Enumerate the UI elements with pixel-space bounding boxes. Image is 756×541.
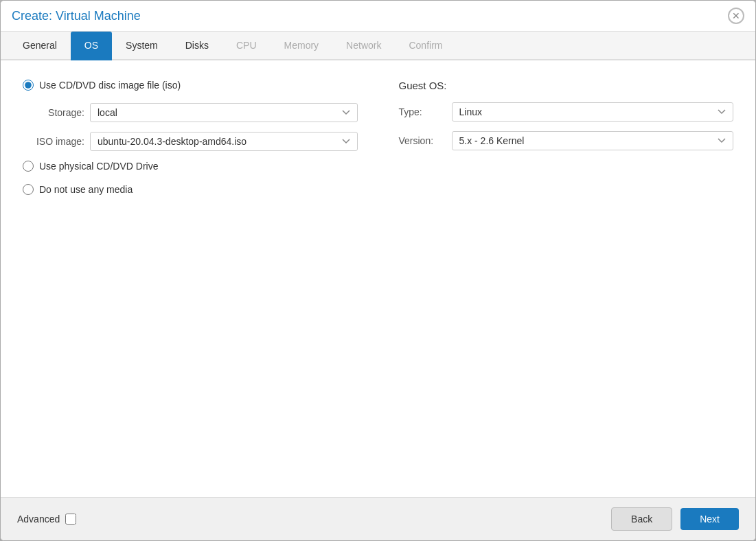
os-form: Use CD/DVD disc image file (iso) Storage… <box>23 80 733 207</box>
iso-row: ISO image: ubuntu-20.04.3-desktop-amd64.… <box>23 132 358 151</box>
left-column: Use CD/DVD disc image file (iso) Storage… <box>23 80 358 207</box>
next-button[interactable]: Next <box>680 508 739 530</box>
radio-physical-label[interactable]: Use physical CD/DVD Drive <box>39 161 158 172</box>
tab-system[interactable]: System <box>112 32 172 60</box>
tab-os[interactable]: OS <box>71 32 112 60</box>
right-column: Guest OS: Type: Linux Windows Solaris Ot… <box>399 80 734 207</box>
storage-label: Storage: <box>23 107 84 118</box>
radio-iso[interactable] <box>23 80 34 91</box>
radio-physical[interactable] <box>23 161 34 172</box>
close-button[interactable]: ✕ <box>728 8 744 24</box>
storage-row: Storage: local <box>23 103 358 122</box>
advanced-checkbox[interactable] <box>65 514 76 525</box>
type-row: Type: Linux Windows Solaris Other <box>399 102 734 122</box>
dialog-title: Create: Virtual Machine <box>12 9 141 23</box>
type-label: Type: <box>399 106 444 117</box>
version-select[interactable]: 5.x - 2.6 Kernel 4.x/3.x/2.x Kernel Othe… <box>452 131 734 150</box>
tabs-bar: General OS System Disks CPU Memory Netwo… <box>1 32 755 60</box>
content-area: Use CD/DVD disc image file (iso) Storage… <box>1 60 755 497</box>
iso-label: ISO image: <box>23 136 84 147</box>
iso-select[interactable]: ubuntu-20.04.3-desktop-amd64.iso <box>90 132 358 151</box>
footer: Advanced Back Next <box>1 497 755 540</box>
close-icon: ✕ <box>732 11 740 21</box>
guest-os-heading: Guest OS: <box>399 80 734 91</box>
radio-none-label[interactable]: Do not use any media <box>39 184 133 195</box>
tab-confirm: Confirm <box>395 32 456 60</box>
tab-disks[interactable]: Disks <box>172 32 222 60</box>
radio-none[interactable] <box>23 184 34 195</box>
tab-cpu: CPU <box>222 32 271 60</box>
radio-iso-label[interactable]: Use CD/DVD disc image file (iso) <box>39 80 181 91</box>
radio-iso-row: Use CD/DVD disc image file (iso) <box>23 80 358 91</box>
type-select[interactable]: Linux Windows Solaris Other <box>452 102 734 122</box>
dialog-create-vm: Create: Virtual Machine ✕ General OS Sys… <box>0 0 756 541</box>
tab-network: Network <box>332 32 395 60</box>
radio-none-row: Do not use any media <box>23 184 358 195</box>
radio-physical-row: Use physical CD/DVD Drive <box>23 161 358 172</box>
storage-select[interactable]: local <box>90 103 358 122</box>
tab-general[interactable]: General <box>9 32 71 60</box>
version-label: Version: <box>399 135 444 146</box>
back-button[interactable]: Back <box>611 507 672 531</box>
advanced-area: Advanced <box>17 514 76 525</box>
tab-memory: Memory <box>271 32 333 60</box>
version-row: Version: 5.x - 2.6 Kernel 4.x/3.x/2.x Ke… <box>399 131 734 150</box>
advanced-label: Advanced <box>17 514 60 525</box>
title-bar: Create: Virtual Machine ✕ <box>1 1 755 32</box>
